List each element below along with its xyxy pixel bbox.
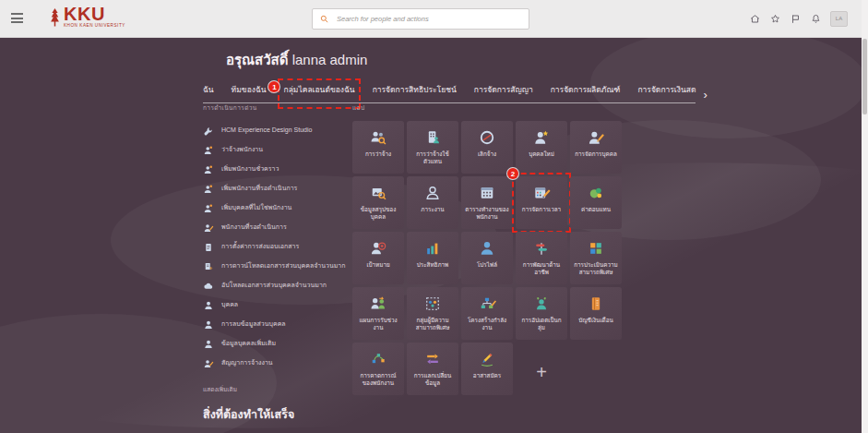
nav-tab[interactable]: ฉัน bbox=[203, 83, 214, 96]
app-tile-label: เป้าหมาย bbox=[363, 261, 392, 269]
app-tile[interactable]: อาสาสมัคร bbox=[461, 343, 513, 395]
app-tile[interactable]: การอัปเดตเป็นกลุ่ม bbox=[516, 287, 567, 340]
quick-action-item[interactable]: บุคคล bbox=[203, 295, 349, 315]
compensation-icon bbox=[587, 184, 605, 202]
home-icon[interactable] bbox=[749, 13, 761, 25]
quick-action-label: เพิ่มบุคคลที่ไม่ใช่พนักงาน bbox=[221, 204, 291, 211]
quick-action-label: พนักงานที่รอดำเนินการ bbox=[221, 223, 287, 231]
app-tile[interactable]: บุคคลใหม่ bbox=[516, 121, 567, 174]
app-tile[interactable]: การคาดการณ์ของพนักงาน bbox=[352, 343, 404, 395]
person-icon bbox=[203, 319, 214, 331]
app-tile[interactable]: การประเมินความสามารถพิเศษ bbox=[570, 232, 622, 284]
cloud-icon bbox=[203, 281, 214, 292]
app-tile[interactable]: การว่าจ้าง bbox=[352, 121, 404, 174]
annotation-badge: 1 bbox=[268, 81, 279, 92]
nav-tab-label: ฉัน bbox=[203, 85, 214, 94]
global-search[interactable] bbox=[312, 8, 529, 30]
app-tile[interactable]: 2 การจัดการเวลา bbox=[516, 176, 567, 229]
nav-tab[interactable]: 1 กลุ่มไคลเอนต์ของฉัน bbox=[283, 83, 354, 96]
person-pencil-icon bbox=[587, 128, 605, 147]
app-tile[interactable]: บัญชีเงินเดือน bbox=[570, 287, 622, 340]
nav-tab[interactable]: การจัดการผลิตภัณฑ์ bbox=[551, 83, 621, 96]
person-pencil-icon bbox=[203, 223, 214, 234]
quick-action-item[interactable]: ว่าจ้างพนักงาน bbox=[203, 140, 349, 160]
app-tile[interactable]: โปรไฟล์ bbox=[461, 232, 513, 284]
nav-tab-label: ทีมของฉัน bbox=[232, 85, 267, 94]
annotation-badge: 2 bbox=[507, 168, 518, 179]
app-tile[interactable]: ข้อมูลสรุปของบุคคล bbox=[352, 176, 404, 229]
quick-action-label: สัญญาการจ้างงาน bbox=[221, 359, 273, 367]
quick-action-label: เพิ่มพนักงานที่รอดำเนินการ bbox=[221, 185, 297, 192]
nav-tab[interactable]: การจัดการสิทธิประโยชน์ bbox=[373, 83, 457, 96]
apps-panel: แอป การว่าจ้าง การว่าจ้างใช้ตัวแทน เลิกจ… bbox=[352, 103, 629, 395]
quick-action-item[interactable]: เพิ่มบุคคลที่ไม่ใช่พนักงาน bbox=[203, 198, 349, 218]
person-icon bbox=[203, 300, 214, 311]
user-avatar[interactable]: LA bbox=[830, 11, 848, 27]
kku-logo[interactable]: KKU KHON KAEN UNIVERSITY bbox=[48, 5, 125, 29]
app-tile[interactable]: เลิกจ้าง bbox=[461, 121, 513, 174]
app-tile[interactable]: ค่าตอบแทน bbox=[570, 176, 622, 229]
quick-action-item[interactable]: พนักงานที่รอดำเนินการ bbox=[203, 218, 349, 237]
quick-action-label: ว่าจ้างพนักงาน bbox=[221, 146, 263, 153]
quick-action-item[interactable]: การตั้งค่าการส่งมอบเอกสาร bbox=[203, 237, 349, 257]
announcements-flag-icon[interactable] bbox=[790, 13, 802, 25]
tabs-overflow-chevron-icon[interactable]: › bbox=[703, 90, 707, 103]
quick-action-item[interactable]: สัญญาการจ้างงาน bbox=[203, 354, 349, 373]
main-content: อรุณสวัสดิ์ lanna admin ฉัน ทีมของฉัน 1 … bbox=[0, 37, 868, 433]
nav-tab-label: การจัดการผลิตภัณฑ์ bbox=[551, 85, 621, 94]
app-tile[interactable]: การแลกเปลี่ยนข้อมูล bbox=[407, 343, 458, 395]
app-tile-label: โครงสร้างกำลังงาน bbox=[461, 317, 513, 331]
quick-action-item[interactable]: ข้อมูลบุคคลเพิ่มเติม bbox=[203, 334, 349, 354]
greeting-salutation: อรุณสวัสดิ์ bbox=[226, 52, 288, 67]
quick-action-label: การดาวน์โหลดเอกสารส่วนบุคคลจำนวนมาก bbox=[221, 262, 346, 270]
nav-tab[interactable]: การจัดการเงินสด bbox=[637, 83, 696, 96]
notifications-bell-icon[interactable] bbox=[810, 13, 822, 25]
app-tile[interactable]: แผนการรับช่วงงาน bbox=[352, 287, 404, 340]
favorites-star-icon[interactable] bbox=[769, 13, 781, 25]
quick-action-label: ข้อมูลบุคคลเพิ่มเติม bbox=[221, 340, 276, 347]
app-tile[interactable]: การจัดการบุคคล bbox=[570, 121, 622, 174]
quick-action-item[interactable]: อัปโหลดเอกสารส่วนบุคคลจำนวนมาก bbox=[203, 276, 349, 295]
show-more-link[interactable]: แสดงเพิ่มเติม bbox=[203, 385, 349, 394]
search-input[interactable] bbox=[335, 14, 529, 24]
app-tile-label: ตารางทำงานของพนักงาน bbox=[461, 206, 513, 220]
app-tile[interactable]: ภาระงาน bbox=[407, 176, 458, 229]
app-tile-label: การคาดการณ์ของพนักงาน bbox=[352, 372, 404, 386]
app-tile[interactable]: ตารางทำงานของพนักงาน bbox=[461, 176, 513, 229]
app-tile[interactable]: เป้าหมาย bbox=[352, 232, 404, 284]
quick-action-item[interactable]: HCM Experience Design Studio bbox=[203, 121, 349, 140]
photo-search-icon bbox=[369, 184, 387, 202]
ledger-icon bbox=[587, 295, 605, 313]
add-app-tile-button[interactable]: + bbox=[516, 343, 567, 395]
hand-pencil-icon bbox=[478, 350, 496, 368]
nav-tab[interactable]: ทีมของฉัน bbox=[232, 83, 267, 96]
nav-tab[interactable]: การจัดการสัญญา bbox=[474, 83, 533, 96]
kku-tree-icon bbox=[48, 6, 62, 29]
quick-action-item[interactable]: เพิ่มพนักงานชั่วคราว bbox=[203, 160, 349, 179]
app-tile[interactable]: กลุ่มผู้มีความสามารถพิเศษ bbox=[407, 287, 458, 340]
quick-action-item[interactable]: การลบข้อมูลส่วนบุคคล bbox=[203, 315, 349, 334]
people-search-icon bbox=[369, 128, 387, 147]
doc-download-icon bbox=[203, 261, 214, 272]
app-tile-label: การจัดการบุคคล bbox=[572, 150, 620, 158]
person-add-icon bbox=[203, 184, 214, 195]
app-tile[interactable]: การว่าจ้างใช้ตัวแทน bbox=[407, 121, 458, 174]
app-tile[interactable]: การพัฒนาด้านอาชีพ bbox=[516, 232, 567, 284]
quick-action-item[interactable]: การดาวน์โหลดเอกสารส่วนบุคคลจำนวนมาก bbox=[203, 257, 349, 276]
app-tile-label: โปรไฟล์ bbox=[474, 261, 500, 269]
todo-section-header: สิ่งที่ต้องทำให้เสร็จ bbox=[203, 405, 294, 424]
app-tile-label: การว่าจ้าง bbox=[363, 150, 394, 158]
barchart-icon bbox=[423, 239, 442, 258]
app-tile-label: ข้อมูลสรุปของบุคคล bbox=[352, 206, 404, 220]
scrollbar-track[interactable] bbox=[862, 0, 868, 433]
document-icon bbox=[203, 242, 214, 253]
app-tile-label: เลิกจ้าง bbox=[475, 150, 499, 158]
scrollbar-thumb[interactable] bbox=[862, 39, 867, 114]
hamburger-menu-icon[interactable] bbox=[11, 13, 23, 26]
app-tile[interactable]: ประสิทธิภาพ bbox=[407, 232, 458, 284]
quick-action-label: การตั้งค่าการส่งมอบเอกสาร bbox=[221, 243, 299, 250]
nav-tab-label: การจัดการเงินสด bbox=[637, 85, 696, 94]
quick-action-item[interactable]: เพิ่มพนักงานที่รอดำเนินการ bbox=[203, 179, 349, 198]
quick-action-label: HCM Experience Design Studio bbox=[221, 126, 312, 134]
app-tile[interactable]: โครงสร้างกำลังงาน bbox=[461, 287, 513, 340]
